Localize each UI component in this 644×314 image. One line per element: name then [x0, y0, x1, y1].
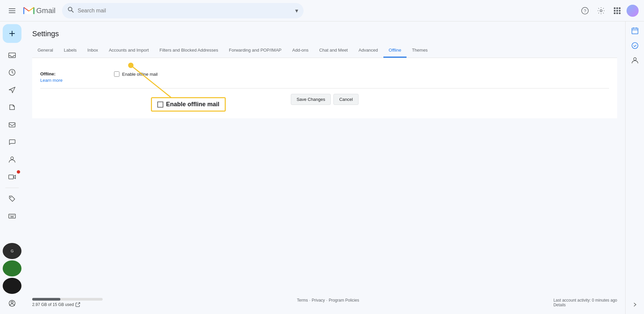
learn-more-link[interactable]: Learn more — [40, 78, 114, 83]
offline-label: Offline: — [40, 71, 114, 76]
sidebar-item-sent[interactable] — [3, 82, 21, 98]
svg-point-3 — [68, 7, 72, 11]
tab-filters[interactable]: Filters and Blocked Addresses — [154, 44, 224, 58]
sidebar-item-contacts[interactable] — [3, 151, 21, 168]
storage-text: 2.97 GB of 15 GB used — [32, 302, 103, 307]
sidebar-item-inbox[interactable] — [3, 47, 21, 63]
tab-inbox[interactable]: Inbox — [82, 44, 104, 58]
program-policies-link[interactable]: Program Policies — [329, 298, 359, 310]
avatar[interactable] — [627, 5, 639, 17]
sidebar-item-chat[interactable] — [3, 134, 21, 150]
svg-point-42 — [634, 58, 636, 60]
tab-chat[interactable]: Chat and Meet — [314, 44, 353, 58]
svg-rect-1 — [9, 10, 15, 11]
svg-rect-14 — [614, 12, 615, 14]
svg-rect-0 — [9, 8, 15, 9]
sidebar-item-account[interactable] — [3, 295, 21, 311]
storage-bar-bg — [32, 298, 103, 301]
details-link[interactable]: Details — [553, 303, 566, 307]
sidebar-item-chat2[interactable]: G — [3, 243, 21, 259]
svg-rect-10 — [619, 7, 621, 9]
sidebar-item-all-mail[interactable] — [3, 117, 21, 133]
compose-button[interactable] — [3, 24, 21, 43]
help-icon[interactable]: ? — [578, 4, 592, 17]
settings-tabs: General Labels Inbox Accounts and Import… — [32, 44, 617, 58]
svg-rect-19 — [9, 53, 15, 58]
offline-control-col: Enable offline mail — [114, 71, 609, 83]
offline-label-col: Offline: Learn more — [40, 71, 114, 83]
tab-general[interactable]: General — [32, 44, 58, 58]
gmail-label: Gmail — [36, 6, 55, 15]
apps-icon[interactable] — [610, 4, 624, 17]
search-icon — [67, 6, 74, 15]
cancel-button[interactable]: Cancel — [333, 94, 358, 105]
search-bar[interactable]: ▾ — [62, 3, 304, 18]
svg-point-22 — [11, 157, 13, 160]
tab-themes[interactable]: Themes — [407, 44, 433, 58]
sidebar-item-keyboard[interactable] — [3, 208, 21, 224]
content-area: Settings General Labels Inbox Accounts a… — [24, 21, 625, 314]
tab-forwarding[interactable]: Forwarding and POP/IMAP — [223, 44, 287, 58]
settings-title: Settings — [32, 29, 617, 38]
storage-link-icon[interactable] — [75, 302, 80, 307]
sidebar-divider — [5, 188, 19, 188]
svg-rect-8 — [614, 7, 615, 9]
search-input[interactable] — [77, 8, 292, 14]
svg-rect-21 — [9, 123, 15, 127]
settings-container: Settings General Labels Inbox Accounts a… — [24, 21, 625, 294]
search-expand-icon[interactable]: ▾ — [295, 7, 298, 14]
enable-offline-checkbox[interactable] — [114, 71, 119, 77]
right-sidebar — [625, 21, 644, 314]
save-changes-button[interactable]: Save Changes — [291, 94, 331, 105]
sidebar-item-tags[interactable] — [3, 191, 21, 207]
buttons-row: Save Changes Cancel — [40, 88, 609, 110]
sidebar-item-snoozed[interactable] — [3, 64, 21, 80]
sidebar-item-meet[interactable] — [3, 169, 21, 185]
svg-point-36 — [11, 301, 13, 303]
svg-rect-13 — [619, 10, 621, 11]
svg-text:G: G — [11, 249, 14, 253]
topbar-right: ? — [578, 4, 639, 17]
right-sidebar-tasks[interactable] — [628, 39, 642, 52]
footer: 2.97 GB of 15 GB used Terms · Privacy · … — [24, 294, 625, 314]
footer-right: Last account activity: 0 minutes ago Det… — [553, 298, 617, 310]
menu-icon[interactable] — [5, 4, 19, 17]
enable-offline-label[interactable]: Enable offline mail — [122, 72, 158, 77]
sidebar-item-extension[interactable] — [3, 260, 21, 276]
tab-offline[interactable]: Offline — [383, 44, 407, 58]
offline-section: Offline: Learn more Enable offline mail — [40, 66, 609, 88]
svg-rect-23 — [9, 175, 13, 179]
tab-labels[interactable]: Labels — [58, 44, 82, 58]
right-sidebar-expand[interactable] — [628, 298, 642, 311]
svg-rect-11 — [614, 10, 615, 11]
svg-point-24 — [10, 197, 11, 198]
topbar: Gmail ▾ ? — [0, 0, 644, 21]
main-layout: G Setti — [0, 21, 644, 314]
svg-point-7 — [600, 10, 602, 12]
sidebar-item-user[interactable] — [3, 278, 21, 294]
gmail-logo: Gmail — [23, 5, 55, 17]
svg-line-4 — [71, 10, 73, 12]
meet-badge — [17, 170, 20, 174]
settings-icon[interactable] — [594, 4, 608, 17]
last-activity-text: Last account activity: 0 minutes ago — [553, 298, 617, 303]
svg-rect-16 — [619, 12, 621, 14]
left-sidebar: G — [0, 21, 24, 314]
tab-addons[interactable]: Add-ons — [287, 44, 314, 58]
tab-accounts[interactable]: Accounts and Import — [103, 44, 154, 58]
enable-offline-row: Enable offline mail — [114, 71, 609, 77]
svg-rect-2 — [9, 12, 15, 13]
svg-text:?: ? — [584, 8, 586, 13]
right-sidebar-contacts[interactable] — [628, 54, 642, 67]
sidebar-item-drafts[interactable] — [3, 99, 21, 115]
svg-point-33 — [9, 265, 15, 271]
svg-rect-12 — [616, 10, 618, 11]
tab-advanced[interactable]: Advanced — [353, 44, 383, 58]
sidebar-bottom: G — [3, 243, 21, 311]
footer-links: Terms · Privacy · Program Policies — [297, 298, 359, 310]
svg-rect-25 — [9, 214, 15, 218]
terms-link[interactable]: Terms — [297, 298, 308, 310]
privacy-link[interactable]: Privacy — [312, 298, 325, 310]
right-sidebar-calendar[interactable] — [628, 24, 642, 38]
footer-left: 2.97 GB of 15 GB used — [32, 298, 103, 310]
